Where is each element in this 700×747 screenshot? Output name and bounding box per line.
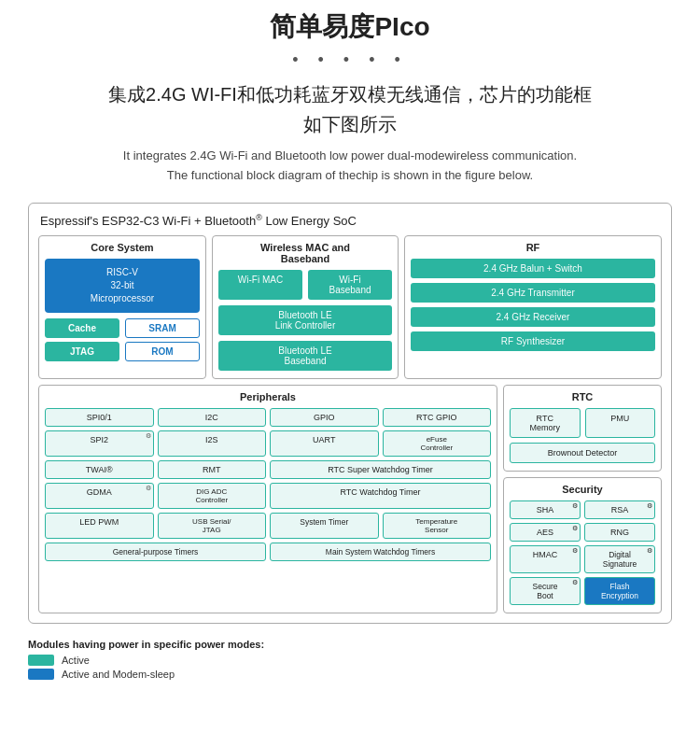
rf-section: RF 2.4 GHz Balun + Switch 2.4 GHz Transm… bbox=[404, 235, 662, 379]
right-column: RTC RTCMemory PMU Brownout Detector Secu… bbox=[503, 385, 662, 613]
sha-btn: SHA ⚙ bbox=[510, 500, 581, 519]
page-title-chinese: 简单易度PIco bbox=[28, 9, 672, 45]
wifi-mac-btn: Wi-Fi MAC bbox=[218, 270, 302, 300]
efuse-btn: eFuseController bbox=[383, 430, 492, 457]
rng-btn: RNG bbox=[584, 523, 655, 542]
gpio-btn: GPIO bbox=[270, 408, 379, 427]
wifi-baseband-btn: Wi-FiBaseband bbox=[308, 270, 392, 300]
wifi-row: Wi-Fi MAC Wi-FiBaseband bbox=[218, 270, 392, 300]
sram-btn: SRAM bbox=[125, 318, 200, 338]
legend-active-color bbox=[28, 655, 54, 666]
subtitle-english: It integrates 2.4G Wi-Fi and Bluetooth l… bbox=[28, 147, 672, 186]
security-section: Security SHA ⚙ RSA ⚙ AES ⚙ RNG HMAC ⚙ Di… bbox=[503, 477, 662, 613]
jtag-rom-row: JTAG ROM bbox=[45, 342, 200, 361]
dig-adc-btn: DIG ADCController bbox=[158, 483, 267, 509]
flash-encryption-btn: FlashEncryption bbox=[584, 577, 655, 605]
i2c-btn: I2C bbox=[158, 408, 267, 427]
spi01-btn: SPI0/1 bbox=[45, 408, 154, 427]
rtc-memory-btn: RTCMemory bbox=[510, 408, 581, 438]
rtc-gpio-btn: RTC GPIO bbox=[383, 408, 492, 427]
core-system-section: Core System RISC-V32-bitMicroprocessor C… bbox=[38, 235, 206, 379]
rf-synthesizer-btn: RF Synthesizer bbox=[411, 331, 655, 351]
legend-item-modem-sleep: Active and Modem-sleep bbox=[28, 669, 672, 680]
aes-btn: AES ⚙ bbox=[510, 523, 581, 542]
legend-section: Modules having power in specific power m… bbox=[28, 639, 672, 680]
peripherals-title: Peripherals bbox=[45, 391, 491, 402]
rtc-title: RTC bbox=[510, 391, 655, 402]
rtc-row: RTCMemory PMU bbox=[510, 408, 655, 438]
security-grid: SHA ⚙ RSA ⚙ AES ⚙ RNG HMAC ⚙ DigitalSign… bbox=[510, 500, 655, 605]
uart-btn: UART bbox=[270, 430, 379, 457]
temp-sensor-btn: TemperatureSensor bbox=[383, 513, 492, 539]
core-system-title: Core System bbox=[45, 242, 200, 253]
legend-modem-label: Active and Modem-sleep bbox=[62, 669, 175, 680]
legend-active-label: Active bbox=[62, 655, 90, 666]
legend-item-active: Active bbox=[28, 655, 672, 666]
bt-link-btn: Bluetooth LELink Controller bbox=[218, 305, 392, 335]
main-watchdog-btn: Main System Watchdog Timers bbox=[270, 543, 491, 561]
peripherals-grid: SPI0/1 I2C GPIO RTC GPIO SPI2 ⚙ I2S UART… bbox=[45, 408, 491, 561]
peripherals-section: Peripherals SPI0/1 I2C GPIO RTC GPIO SPI… bbox=[38, 385, 497, 613]
legend-title: Modules having power in specific power m… bbox=[28, 639, 672, 650]
rom-btn: ROM bbox=[125, 342, 200, 361]
bottom-row: Peripherals SPI0/1 I2C GPIO RTC GPIO SPI… bbox=[38, 385, 662, 613]
rf-title: RF bbox=[411, 242, 655, 253]
gdma-btn: GDMA ⚙ bbox=[45, 483, 154, 509]
digital-sig-btn: DigitalSignature ⚙ bbox=[584, 545, 655, 573]
rtc-super-watchdog-btn: RTC Super Watchdog Timer bbox=[270, 460, 491, 479]
spi2-btn: SPI2 ⚙ bbox=[45, 430, 154, 457]
twai-btn: TWAI® bbox=[45, 460, 154, 479]
rsa-btn: RSA ⚙ bbox=[584, 500, 655, 519]
diagram-title: Espressif's ESP32-C3 Wi-Fi + Bluetooth® … bbox=[38, 213, 662, 228]
cache-btn: Cache bbox=[45, 318, 119, 338]
top-row: Core System RISC-V32-bitMicroprocessor C… bbox=[38, 235, 662, 379]
rf-receiver-btn: 2.4 GHz Receiver bbox=[411, 307, 655, 327]
page-container: 简单易度PIco • • • • • 集成2.4G WI-FI和低功耗蓝牙双模无… bbox=[0, 0, 700, 701]
wireless-mac-title: Wireless MAC andBaseband bbox=[218, 242, 392, 264]
rtc-section: RTC RTCMemory PMU Brownout Detector bbox=[503, 385, 662, 472]
system-timer-btn: System Timer bbox=[270, 513, 379, 539]
led-pwm-btn: LED PWM bbox=[45, 513, 154, 539]
pmu-btn: PMU bbox=[585, 408, 656, 438]
rtc-watchdog-btn: RTC Watchdog Timer bbox=[270, 483, 491, 509]
jtag-btn: JTAG bbox=[45, 342, 119, 361]
dots-divider: • • • • • bbox=[28, 50, 672, 70]
risc-v-box: RISC-V32-bitMicroprocessor bbox=[45, 259, 200, 313]
brownout-btn: Brownout Detector bbox=[510, 443, 655, 463]
subtitle-chinese: 集成2.4G WI-FI和低功耗蓝牙双模无线通信，芯片的功能框如下图所示 bbox=[28, 79, 672, 139]
hmac-btn: HMAC ⚙ bbox=[510, 545, 581, 573]
bt-baseband-btn: Bluetooth LEBaseband bbox=[218, 341, 392, 371]
cache-sram-row: Cache SRAM bbox=[45, 318, 200, 338]
security-title: Security bbox=[510, 484, 655, 495]
i2s-btn: I2S bbox=[158, 430, 267, 457]
diagram-block: Espressif's ESP32-C3 Wi-Fi + Bluetooth® … bbox=[28, 203, 672, 624]
rf-balun-btn: 2.4 GHz Balun + Switch bbox=[411, 259, 655, 278]
secure-boot-btn: SecureBoot ⚙ bbox=[510, 577, 581, 605]
general-timers-btn: General-purpose Timers bbox=[45, 543, 266, 561]
rf-transmitter-btn: 2.4 GHz Transmitter bbox=[411, 283, 655, 303]
rmt-btn: RMT bbox=[158, 460, 267, 479]
wireless-mac-section: Wireless MAC andBaseband Wi-Fi MAC Wi-Fi… bbox=[212, 235, 399, 379]
usb-serial-btn: USB Serial/JTAG bbox=[158, 513, 267, 539]
legend-modem-color bbox=[28, 669, 54, 680]
